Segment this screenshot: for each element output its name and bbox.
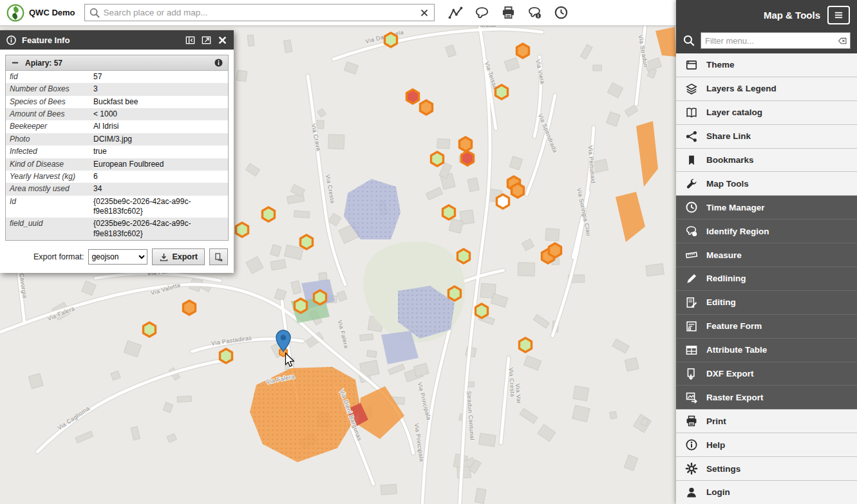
apiary-marker[interactable] [301, 235, 313, 249]
apiary-marker[interactable] [449, 286, 461, 301]
sidebar-item-raster-export[interactable]: Raster Export [676, 386, 857, 409]
attribute-row: fid57 [6, 71, 228, 83]
attribute-value: 3 [89, 83, 228, 95]
feature-attributes-table: fid57Number of Boxes3Species of BeesBuck… [6, 71, 228, 240]
detach-window-icon[interactable] [201, 35, 212, 46]
collapse-icon[interactable] [10, 58, 20, 68]
sidebar-item-redlining[interactable]: Redlining [676, 267, 857, 291]
sidebar-item-label: Redlining [706, 274, 746, 283]
sidebar-item-map-tools[interactable]: Map Tools [676, 172, 857, 196]
sidebar-item-layers-legend[interactable]: Layers & Legend [676, 77, 857, 101]
apiary-marker[interactable] [549, 243, 561, 257]
apiary-marker[interactable] [314, 290, 326, 304]
sidebar-header: Map & Tools [676, 0, 857, 30]
apiary-marker[interactable] [460, 137, 472, 151]
attribute-row: Infectedtrue [6, 145, 228, 158]
identify-button[interactable]: i [525, 3, 545, 23]
apiary-marker[interactable] [517, 44, 529, 58]
attribute-label: Yearly Harvest (kg) [6, 171, 89, 183]
attribute-row: Id{0235be9c-2026-42ac-a99c-f9e8183fc602} [6, 196, 228, 218]
filter-menu-input[interactable] [705, 36, 838, 46]
sidebar-item-label: Print [706, 416, 726, 426]
apiary-marker[interactable] [520, 338, 532, 352]
measure-button[interactable] [446, 3, 466, 23]
apiary-marker[interactable] [458, 249, 470, 263]
close-icon[interactable] [217, 35, 228, 46]
filter-input-box [701, 32, 851, 49]
attribute-row: Number of Boxes3 [6, 83, 228, 95]
attribute-value: true [89, 145, 228, 158]
attribute-value: < 1000 [89, 108, 228, 120]
identify-region-button[interactable] [472, 3, 493, 23]
lasso-question-icon: i [685, 225, 698, 238]
sidebar-item-measure[interactable]: Measure [676, 243, 857, 267]
sidebar-item-bookmarks[interactable]: Bookmarks [676, 149, 857, 173]
filter-clear-icon[interactable] [838, 36, 847, 46]
download-icon [159, 252, 169, 262]
ruler-icon [685, 248, 698, 261]
apiary-marker[interactable] [443, 205, 455, 219]
sidebar-item-share-link[interactable]: Share Link [676, 125, 857, 149]
feature-title: Apiary: 57 [25, 59, 209, 68]
apiary-marker[interactable] [420, 100, 433, 115]
sidebar-item-attribute-table[interactable]: Attribute Table [676, 339, 857, 362]
search-clear-icon[interactable] [419, 7, 430, 19]
export-row: Export format: geojson Export [5, 241, 229, 266]
feature-result-header[interactable]: Apiary: 57 [6, 55, 228, 71]
apiary-marker[interactable] [497, 194, 509, 209]
pen-icon [685, 272, 698, 285]
sidebar-item-print[interactable]: Print [676, 409, 857, 433]
apiary-marker[interactable] [220, 349, 232, 363]
attribute-row: Kind of DiseaseEuropean Foulbreed [6, 158, 228, 171]
sidebar: Map & Tools ThemeLayers & LegendLayer ca… [676, 0, 857, 504]
apiary-marker[interactable] [184, 301, 196, 315]
attribute-value: Buckfast bee [89, 96, 228, 108]
sidebar-item-login[interactable]: Login [676, 481, 857, 504]
raster-export-icon [685, 391, 698, 404]
apiary-marker[interactable] [236, 223, 249, 237]
attribute-row: Yearly Harvest (kg)6 [6, 171, 228, 183]
feature-zoom-info-icon[interactable] [214, 58, 223, 68]
export-button[interactable]: Export [152, 248, 205, 265]
search-input[interactable] [104, 8, 415, 17]
attribute-value: DCIM/3.jpg [89, 133, 228, 145]
dock-icon[interactable] [185, 35, 196, 46]
apiary-marker[interactable] [295, 299, 307, 313]
apiary-marker[interactable] [431, 152, 444, 166]
topbar: QWC Demo i [0, 0, 676, 26]
apiary-marker[interactable] [512, 183, 524, 198]
apiary-marker[interactable] [407, 89, 419, 104]
doc-export-icon [685, 368, 698, 380]
export-to-file-button[interactable] [209, 248, 228, 265]
apiary-marker[interactable] [476, 304, 488, 318]
print-button[interactable] [498, 3, 519, 23]
apiary-marker[interactable] [144, 322, 156, 337]
sidebar-item-label: Help [706, 440, 725, 450]
sidebar-item-label: DXF Export [706, 369, 754, 378]
sidebar-item-theme[interactable]: Theme [676, 53, 857, 77]
printer-icon [501, 5, 516, 20]
sidebar-item-label: Raster Export [706, 393, 764, 402]
sidebar-item-help[interactable]: Help [676, 433, 857, 457]
sidebar-item-dxf-export[interactable]: DXF Export [676, 362, 857, 386]
time-manager-button[interactable] [551, 3, 572, 23]
sidebar-item-editing[interactable]: Editing [676, 291, 857, 315]
sidebar-item-time-manager[interactable]: Time Manager [676, 196, 857, 219]
lasso-icon [475, 5, 489, 20]
apiary-marker[interactable] [263, 207, 275, 221]
sidebar-item-label: Identify Region [706, 227, 769, 236]
sidebar-item-layer-catalog[interactable]: Layer catalog [676, 101, 857, 125]
topbar-tools: i [446, 3, 572, 23]
export-format-select[interactable]: geojson [88, 249, 147, 265]
apiary-marker[interactable] [385, 33, 397, 47]
apiary-marker[interactable] [462, 151, 474, 165]
sidebar-item-feature-form[interactable]: Feature Form [676, 315, 857, 339]
sidebar-item-identify-region[interactable]: iIdentify Region [676, 219, 857, 243]
search-box [84, 4, 435, 21]
sidebar-item-label: Attribute Table [706, 345, 767, 355]
menu-toggle-button[interactable] [827, 6, 850, 24]
feature-info-header[interactable]: Feature Info [0, 30, 234, 50]
edit-doc-icon [685, 296, 698, 309]
sidebar-item-settings[interactable]: Settings [676, 457, 857, 481]
apiary-marker[interactable] [496, 85, 508, 99]
